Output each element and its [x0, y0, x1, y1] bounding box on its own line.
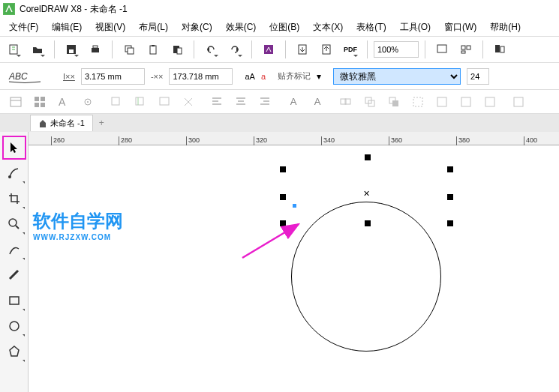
save-button[interactable]: [61, 39, 82, 60]
opt-icon-5[interactable]: [107, 92, 126, 112]
align-right-icon[interactable]: [255, 92, 275, 112]
paste-button[interactable]: [143, 39, 164, 60]
opt-icon-6[interactable]: [131, 92, 150, 112]
front-minus-icon[interactable]: [456, 92, 476, 112]
menu-tool[interactable]: 工具(O): [394, 19, 437, 35]
svg-rect-42: [485, 97, 494, 106]
canvas-area: 260 280 300 320 340 360 380 400 软件自学网 WW…: [29, 132, 559, 392]
ellipse-tool[interactable]: [2, 314, 26, 338]
menu-file[interactable]: 文件(F): [3, 19, 44, 35]
horizontal-ruler[interactable]: 260 280 300 320 340 360 380 400: [29, 132, 559, 145]
opt-icon-3[interactable]: A: [54, 92, 74, 112]
undo-button[interactable]: [200, 39, 221, 60]
selection-handle[interactable]: [365, 154, 371, 160]
opt-icon-1[interactable]: [6, 92, 26, 112]
toolbox: [0, 132, 29, 392]
back-minus-icon[interactable]: [480, 92, 500, 112]
selection-handle[interactable]: [280, 194, 286, 200]
import-button[interactable]: [292, 39, 313, 60]
selection-handle[interactable]: [365, 220, 371, 226]
font-select[interactable]: 微软雅黑: [333, 68, 461, 85]
menu-effect[interactable]: 效果(C): [220, 19, 263, 35]
crop-tool[interactable]: [2, 187, 26, 211]
print-button[interactable]: [85, 39, 106, 60]
new-button[interactable]: [3, 39, 24, 60]
opt-icon-4[interactable]: [78, 92, 98, 112]
opt-icon-2[interactable]: [30, 92, 50, 112]
opt-icon-7[interactable]: [155, 92, 174, 112]
text-style-icon[interactable]: ABC: [6, 69, 51, 84]
combine-icon[interactable]: [336, 92, 356, 112]
svg-rect-19: [495, 45, 500, 52]
tab-label: 未命名 -1: [50, 118, 85, 129]
menu-object[interactable]: 对象(C): [176, 19, 218, 35]
svg-point-45: [9, 219, 17, 226]
search-button[interactable]: [258, 39, 279, 60]
fontsize-input[interactable]: [467, 68, 489, 85]
svg-text:A: A: [59, 96, 66, 108]
polygon-tool[interactable]: [2, 340, 26, 364]
trim-icon[interactable]: [384, 92, 404, 112]
text-a1-icon[interactable]: aA: [245, 71, 254, 82]
dropdown-icon[interactable]: ▾: [317, 71, 321, 82]
svg-rect-22: [11, 97, 21, 106]
selection-handle[interactable]: [280, 166, 286, 172]
boundary-icon[interactable]: [509, 92, 528, 112]
svg-point-47: [10, 322, 19, 331]
opt-icon-8[interactable]: [179, 92, 198, 112]
separator: [367, 40, 368, 58]
pick-tool[interactable]: [2, 136, 26, 160]
svg-rect-31: [136, 97, 143, 105]
menu-bitmap[interactable]: 位图(B): [263, 19, 305, 35]
menu-edit[interactable]: 编辑(E): [46, 19, 88, 35]
svg-rect-26: [41, 103, 45, 107]
text-A-icon[interactable]: A: [284, 92, 303, 112]
svg-point-29: [87, 101, 89, 103]
width-input[interactable]: [169, 68, 233, 85]
svg-rect-8: [150, 46, 156, 54]
menu-table[interactable]: 表格(T): [350, 19, 392, 35]
kerning-label: I××: [63, 72, 75, 81]
kerning-input[interactable]: [81, 68, 145, 85]
menu-text[interactable]: 文本(X): [307, 19, 349, 35]
open-button[interactable]: [27, 39, 48, 60]
zoom-tool[interactable]: [2, 212, 26, 236]
redo-button[interactable]: [224, 39, 245, 60]
zoom-input[interactable]: [374, 41, 419, 58]
svg-rect-3: [69, 49, 74, 53]
freehand-tool[interactable]: [2, 238, 26, 262]
text-node-icon[interactable]: [293, 204, 296, 208]
ruler-tick: 400: [524, 136, 537, 145]
selection-handle[interactable]: [447, 166, 453, 172]
menu-layout[interactable]: 布局(L): [133, 19, 174, 35]
grid-button[interactable]: [455, 39, 476, 60]
svg-rect-30: [112, 97, 119, 105]
export-button[interactable]: [316, 39, 337, 60]
options-bar: A A A: [0, 90, 559, 114]
artistic-media-tool[interactable]: [2, 263, 26, 287]
text-a-icon[interactable]: A: [308, 92, 327, 112]
menu-window[interactable]: 窗口(W): [438, 19, 482, 35]
doc-tab[interactable]: 未命名 -1: [30, 115, 93, 131]
annotation-arrow-icon: [235, 220, 310, 265]
snap-button[interactable]: [489, 39, 510, 60]
align-center-icon[interactable]: [231, 92, 251, 112]
tab-bar: 未命名 -1 +: [0, 114, 559, 132]
weld-icon[interactable]: [360, 92, 380, 112]
selection-handle[interactable]: [447, 220, 453, 226]
text-a2-icon[interactable]: a: [261, 71, 266, 82]
pdf-button[interactable]: PDF: [340, 39, 361, 60]
menu-view[interactable]: 视图(V): [89, 19, 131, 35]
align-left-icon[interactable]: [207, 92, 227, 112]
menu-help[interactable]: 帮助(H): [484, 19, 527, 35]
fullscreen-button[interactable]: [431, 39, 452, 60]
selection-handle[interactable]: [447, 194, 453, 200]
clipboard-button[interactable]: [167, 39, 188, 60]
rectangle-tool[interactable]: [2, 289, 26, 313]
simplify-icon[interactable]: [432, 92, 452, 112]
intersect-icon[interactable]: [408, 92, 428, 112]
shape-tool[interactable]: [2, 161, 26, 185]
copy-button[interactable]: [119, 39, 140, 60]
tab-add-button[interactable]: +: [93, 115, 110, 130]
canvas[interactable]: 软件自学网 WWW.RJZXW.COM 软件自学网 ✕: [29, 145, 559, 392]
